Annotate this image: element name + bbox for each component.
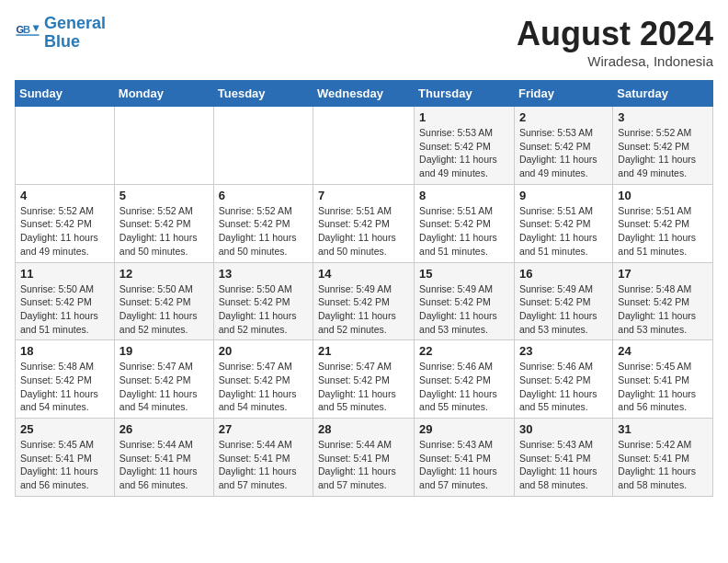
- day-info: Sunrise: 5:42 AM Sunset: 5:41 PM Dayligh…: [618, 438, 708, 492]
- logo-icon: G B: [15, 20, 40, 46]
- day-info: Sunrise: 5:45 AM Sunset: 5:41 PM Dayligh…: [20, 438, 109, 492]
- day-number: 3: [618, 110, 708, 124]
- calendar-body: 1Sunrise: 5:53 AM Sunset: 5:42 PM Daylig…: [16, 107, 713, 497]
- day-number: 8: [419, 189, 509, 202]
- day-number: 24: [618, 344, 708, 358]
- day-number: 15: [419, 267, 509, 281]
- svg-marker-2: [33, 25, 40, 31]
- col-monday: Monday: [114, 81, 213, 107]
- day-cell: 30Sunrise: 5:43 AM Sunset: 5:41 PM Dayli…: [514, 419, 612, 497]
- day-cell: 27Sunrise: 5:44 AM Sunset: 5:41 PM Dayli…: [213, 419, 313, 497]
- day-info: Sunrise: 5:50 AM Sunset: 5:42 PM Dayligh…: [119, 282, 209, 337]
- day-cell: 15Sunrise: 5:49 AM Sunset: 5:42 PM Dayli…: [415, 262, 515, 340]
- day-info: Sunrise: 5:51 AM Sunset: 5:42 PM Dayligh…: [519, 204, 608, 259]
- day-number: 7: [318, 189, 409, 202]
- day-number: 28: [318, 422, 409, 436]
- day-info: Sunrise: 5:44 AM Sunset: 5:41 PM Dayligh…: [219, 438, 308, 492]
- logo-text: General Blue: [44, 15, 106, 52]
- day-cell: 25Sunrise: 5:45 AM Sunset: 5:41 PM Dayli…: [16, 419, 115, 497]
- day-info: Sunrise: 5:47 AM Sunset: 5:42 PM Dayligh…: [219, 360, 308, 414]
- day-info: Sunrise: 5:52 AM Sunset: 5:42 PM Dayligh…: [20, 204, 109, 259]
- day-info: Sunrise: 5:48 AM Sunset: 5:42 PM Dayligh…: [20, 360, 109, 414]
- day-number: 29: [419, 422, 509, 436]
- day-info: Sunrise: 5:49 AM Sunset: 5:42 PM Dayligh…: [419, 282, 509, 337]
- col-friday: Friday: [514, 81, 612, 107]
- day-info: Sunrise: 5:47 AM Sunset: 5:42 PM Dayligh…: [119, 360, 209, 414]
- col-wednesday: Wednesday: [313, 81, 415, 107]
- location: Wiradesa, Indonesia: [517, 53, 713, 69]
- title-block: August 2024 Wiradesa, Indonesia: [517, 15, 713, 69]
- week-row-0: 1Sunrise: 5:53 AM Sunset: 5:42 PM Daylig…: [16, 107, 713, 185]
- day-cell: [313, 107, 415, 185]
- day-cell: 22Sunrise: 5:46 AM Sunset: 5:42 PM Dayli…: [415, 340, 515, 419]
- logo: G B General Blue: [15, 15, 106, 52]
- day-info: Sunrise: 5:49 AM Sunset: 5:42 PM Dayligh…: [318, 282, 409, 337]
- month-year: August 2024: [517, 15, 713, 53]
- day-cell: 6Sunrise: 5:52 AM Sunset: 5:42 PM Daylig…: [213, 184, 313, 262]
- day-number: 14: [318, 267, 409, 281]
- day-cell: 29Sunrise: 5:43 AM Sunset: 5:41 PM Dayli…: [415, 419, 515, 497]
- day-cell: 1Sunrise: 5:53 AM Sunset: 5:42 PM Daylig…: [415, 107, 515, 185]
- day-info: Sunrise: 5:52 AM Sunset: 5:42 PM Dayligh…: [119, 204, 209, 259]
- header: G B General Blue August 2024 Wiradesa, I…: [15, 15, 713, 69]
- day-cell: 4Sunrise: 5:52 AM Sunset: 5:42 PM Daylig…: [16, 184, 115, 262]
- day-info: Sunrise: 5:52 AM Sunset: 5:42 PM Dayligh…: [219, 204, 308, 259]
- day-cell: 13Sunrise: 5:50 AM Sunset: 5:42 PM Dayli…: [213, 262, 313, 340]
- day-cell: 11Sunrise: 5:50 AM Sunset: 5:42 PM Dayli…: [16, 262, 115, 340]
- day-info: Sunrise: 5:43 AM Sunset: 5:41 PM Dayligh…: [519, 438, 608, 492]
- day-cell: 9Sunrise: 5:51 AM Sunset: 5:42 PM Daylig…: [514, 184, 612, 262]
- day-number: 22: [419, 344, 509, 358]
- day-number: 18: [20, 344, 109, 358]
- day-number: 12: [119, 267, 209, 281]
- day-cell: [16, 107, 115, 185]
- day-cell: 14Sunrise: 5:49 AM Sunset: 5:42 PM Dayli…: [313, 262, 415, 340]
- day-info: Sunrise: 5:48 AM Sunset: 5:42 PM Dayligh…: [618, 282, 708, 337]
- day-info: Sunrise: 5:51 AM Sunset: 5:42 PM Dayligh…: [318, 204, 409, 259]
- day-cell: 2Sunrise: 5:53 AM Sunset: 5:42 PM Daylig…: [514, 107, 612, 185]
- week-row-4: 25Sunrise: 5:45 AM Sunset: 5:41 PM Dayli…: [16, 419, 713, 497]
- day-info: Sunrise: 5:50 AM Sunset: 5:42 PM Dayligh…: [20, 282, 109, 337]
- day-info: Sunrise: 5:53 AM Sunset: 5:42 PM Dayligh…: [419, 126, 509, 180]
- day-cell: 16Sunrise: 5:49 AM Sunset: 5:42 PM Dayli…: [514, 262, 612, 340]
- day-cell: [114, 107, 213, 185]
- day-number: 13: [219, 267, 308, 281]
- day-number: 11: [20, 267, 109, 281]
- logo-general: General: [44, 14, 106, 32]
- header-row: Sunday Monday Tuesday Wednesday Thursday…: [16, 81, 713, 107]
- day-cell: 21Sunrise: 5:47 AM Sunset: 5:42 PM Dayli…: [313, 340, 415, 419]
- day-cell: [213, 107, 313, 185]
- col-saturday: Saturday: [613, 81, 713, 107]
- day-cell: 12Sunrise: 5:50 AM Sunset: 5:42 PM Dayli…: [114, 262, 213, 340]
- day-cell: 10Sunrise: 5:51 AM Sunset: 5:42 PM Dayli…: [613, 184, 713, 262]
- day-number: 5: [119, 189, 209, 202]
- day-cell: 17Sunrise: 5:48 AM Sunset: 5:42 PM Dayli…: [613, 262, 713, 340]
- day-info: Sunrise: 5:50 AM Sunset: 5:42 PM Dayligh…: [219, 282, 308, 337]
- svg-text:B: B: [23, 24, 30, 35]
- week-row-2: 11Sunrise: 5:50 AM Sunset: 5:42 PM Dayli…: [16, 262, 713, 340]
- day-cell: 5Sunrise: 5:52 AM Sunset: 5:42 PM Daylig…: [114, 184, 213, 262]
- day-number: 21: [318, 344, 409, 358]
- day-cell: 19Sunrise: 5:47 AM Sunset: 5:42 PM Dayli…: [114, 340, 213, 419]
- day-number: 26: [119, 422, 209, 436]
- day-cell: 26Sunrise: 5:44 AM Sunset: 5:41 PM Dayli…: [114, 419, 213, 497]
- day-number: 4: [20, 189, 109, 202]
- day-cell: 18Sunrise: 5:48 AM Sunset: 5:42 PM Dayli…: [16, 340, 115, 419]
- calendar-header: Sunday Monday Tuesday Wednesday Thursday…: [16, 81, 713, 107]
- day-cell: 3Sunrise: 5:52 AM Sunset: 5:42 PM Daylig…: [613, 107, 713, 185]
- col-sunday: Sunday: [16, 81, 115, 107]
- day-cell: 24Sunrise: 5:45 AM Sunset: 5:41 PM Dayli…: [613, 340, 713, 419]
- svg-rect-3: [16, 34, 39, 35]
- day-info: Sunrise: 5:46 AM Sunset: 5:42 PM Dayligh…: [519, 360, 608, 414]
- day-info: Sunrise: 5:44 AM Sunset: 5:41 PM Dayligh…: [318, 438, 409, 492]
- day-number: 19: [119, 344, 209, 358]
- day-info: Sunrise: 5:47 AM Sunset: 5:42 PM Dayligh…: [318, 360, 409, 414]
- day-info: Sunrise: 5:49 AM Sunset: 5:42 PM Dayligh…: [519, 282, 608, 337]
- week-row-1: 4Sunrise: 5:52 AM Sunset: 5:42 PM Daylig…: [16, 184, 713, 262]
- day-cell: 7Sunrise: 5:51 AM Sunset: 5:42 PM Daylig…: [313, 184, 415, 262]
- day-info: Sunrise: 5:51 AM Sunset: 5:42 PM Dayligh…: [419, 204, 509, 259]
- col-thursday: Thursday: [415, 81, 515, 107]
- calendar-table: Sunday Monday Tuesday Wednesday Thursday…: [15, 80, 713, 497]
- day-number: 25: [20, 422, 109, 436]
- day-number: 9: [519, 189, 608, 202]
- day-number: 16: [519, 267, 608, 281]
